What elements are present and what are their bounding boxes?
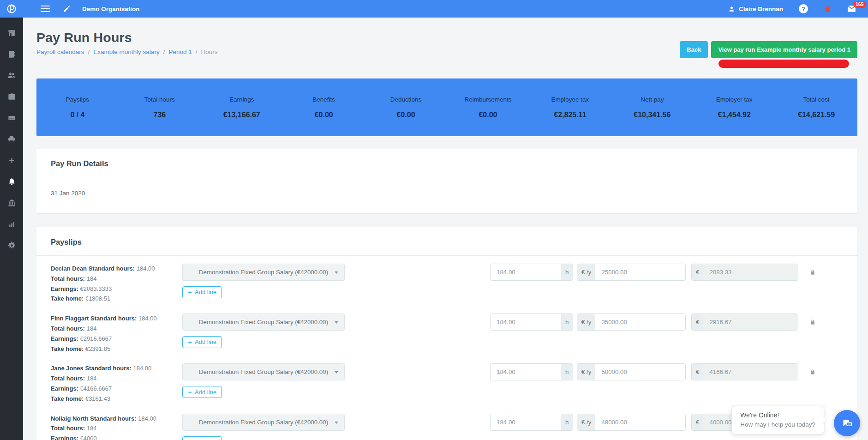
payrun-details-title: Pay Run Details	[36, 149, 857, 177]
chat-greeting-bubble[interactable]: We're Online! How may I help you today?	[731, 406, 824, 434]
hours-input[interactable]	[491, 314, 561, 330]
sidebar-item-add[interactable]	[0, 150, 23, 171]
chat-status: We're Online!	[740, 411, 815, 419]
employee-name: Finn Flaggart	[51, 315, 89, 322]
currency-addon: €	[692, 364, 703, 380]
hours-unit-addon: h	[561, 364, 573, 380]
user-name: Claire Brennan	[739, 6, 783, 12]
magic-wand-icon[interactable]	[63, 5, 71, 13]
amount-input-group: €	[691, 363, 798, 380]
hours-input[interactable]	[491, 364, 561, 380]
payslip-row: Jane Jones Standard hours: 184.00 Total …	[36, 356, 857, 405]
annual-rate-input[interactable]	[595, 314, 685, 330]
rate-input-group: € /y	[577, 264, 686, 281]
rate-unit-addon: € /y	[577, 364, 595, 380]
hours-unit-addon: h	[561, 414, 573, 430]
breadcrumb-period-1[interactable]: Period 1	[168, 48, 192, 55]
sidebar-item-payments[interactable]	[0, 107, 23, 128]
sidebar-item-briefcase[interactable]	[0, 86, 23, 107]
plus-icon	[8, 157, 16, 164]
breadcrumb-payroll-calendars[interactable]: Payroll calendars	[36, 48, 84, 55]
currency-addon: €	[692, 314, 703, 330]
lock-icon[interactable]	[809, 368, 816, 375]
help-icon[interactable]: ?	[799, 4, 808, 13]
rate-input-group: € /y	[577, 313, 686, 331]
add-line-button[interactable]: +Add line	[182, 436, 222, 440]
mail-count-badge: 165	[853, 1, 866, 8]
alert-lock-icon[interactable]	[824, 5, 832, 13]
annual-rate-input[interactable]	[595, 264, 685, 280]
plus-icon: +	[188, 338, 192, 346]
gear-icon	[7, 241, 16, 250]
page-title: Pay Run Hours	[36, 30, 217, 45]
sidebar-item-vehicles[interactable]	[0, 128, 23, 150]
employee-summary: Nollaig North Standard hours: 184.00 Tot…	[51, 414, 182, 440]
summary-reimbursements: Reimbursements €0.00	[447, 78, 529, 136]
bell-icon	[7, 177, 16, 186]
summary-employee-tax: Employee tax €2,825.11	[529, 78, 611, 136]
sidebar-item-notifications[interactable]	[0, 171, 23, 192]
menu-icon[interactable]	[41, 4, 50, 13]
credit-card-icon	[7, 114, 16, 122]
payslips-title: Payslips	[36, 227, 857, 256]
summary-benefits: Benefits €0.00	[283, 78, 365, 136]
rate-input-group: € /y	[577, 414, 686, 431]
annual-rate-input[interactable]	[595, 414, 685, 430]
add-line-button[interactable]: +Add line	[182, 336, 222, 348]
user-menu[interactable]: Claire Brennan	[728, 6, 783, 12]
breadcrumb-example-monthly-salary[interactable]: Example monthly salary	[93, 48, 159, 55]
sidebar-item-settings[interactable]	[0, 235, 23, 256]
employee-summary: Finn Flaggart Standard hours: 184.00 Tot…	[51, 313, 182, 354]
briefcase-icon	[7, 92, 16, 101]
rate-unit-addon: € /y	[577, 264, 595, 280]
employee-name: Nollaig North	[51, 415, 89, 422]
payrun-details-card: Pay Run Details 31 Jan 2020	[36, 149, 857, 213]
hours-input-group: h	[490, 313, 573, 331]
pay-element-dropdown[interactable]: Demonstration Fixed Group Salary (€42000…	[182, 264, 345, 281]
currency-addon: €	[692, 264, 703, 280]
add-line-button[interactable]: +Add line	[182, 286, 222, 298]
add-line-button[interactable]: +Add line	[182, 386, 222, 398]
summary-deductions: Deductions €0.00	[365, 78, 447, 136]
red-indicator-bar	[718, 60, 849, 68]
hours-input-group: h	[490, 414, 573, 431]
mail-button[interactable]: 165	[847, 5, 856, 12]
sidebar-item-bank[interactable]	[0, 192, 23, 213]
breadcrumb: Payroll calendars / Example monthly sala…	[36, 48, 217, 55]
view-payrun-button[interactable]: View pay run Example monthly salary peri…	[711, 41, 857, 58]
sidebar-item-employees[interactable]	[0, 65, 23, 86]
chevron-down-icon	[335, 271, 338, 274]
lock-icon[interactable]	[809, 319, 816, 325]
amount-input[interactable]	[703, 264, 798, 280]
summary-total-cost: Total cost €14,621.59	[775, 78, 857, 136]
back-button[interactable]: Back	[680, 41, 708, 58]
app-logo[interactable]	[0, 3, 23, 15]
plus-icon: +	[188, 439, 192, 440]
rate-unit-addon: € /y	[577, 314, 595, 330]
payslip-row: Declan Dean Standard hours: 184.00 Total…	[36, 256, 857, 306]
chat-prompt: How may I help you today?	[740, 421, 815, 428]
annual-rate-input[interactable]	[595, 364, 685, 380]
pay-element-dropdown[interactable]: Demonstration Fixed Group Salary (€42000…	[182, 363, 345, 380]
hours-input-group: h	[490, 363, 573, 380]
amount-input[interactable]	[703, 314, 798, 330]
sidebar-item-dashboard[interactable]	[0, 22, 23, 43]
chevron-down-icon	[335, 422, 338, 424]
chevron-down-icon	[335, 321, 338, 324]
hours-unit-addon: h	[561, 264, 573, 280]
chat-launcher-button[interactable]	[834, 410, 860, 436]
currency-addon: €	[692, 414, 703, 430]
amount-input[interactable]	[703, 364, 798, 380]
hours-input[interactable]	[491, 414, 561, 430]
breadcrumb-current: Hours	[201, 48, 217, 55]
summary-total-hours: Total hours 736	[119, 78, 201, 136]
payslip-row: Finn Flaggart Standard hours: 184.00 Tot…	[36, 306, 857, 356]
user-icon	[728, 6, 735, 12]
sidebar-item-reports[interactable]	[0, 213, 23, 235]
hours-input[interactable]	[491, 264, 561, 280]
pay-element-dropdown[interactable]: Demonstration Fixed Group Salary (€42000…	[182, 313, 345, 331]
lock-icon[interactable]	[809, 269, 816, 276]
pay-element-dropdown[interactable]: Demonstration Fixed Group Salary (€42000…	[182, 414, 345, 431]
amount-input-group: €	[691, 313, 798, 331]
sidebar-item-journal[interactable]	[0, 43, 23, 65]
